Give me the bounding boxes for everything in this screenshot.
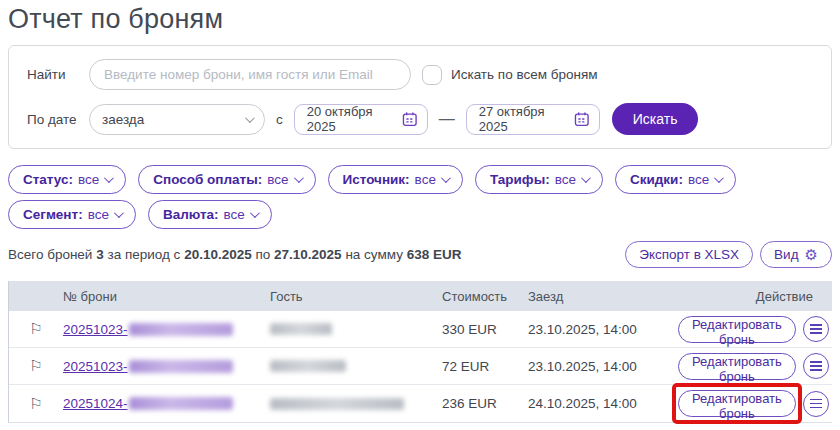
- table-row: ⚐ 20251023- 330 EUR 23.10.2025, 14:00 Ре…: [9, 311, 832, 348]
- filter-currency[interactable]: Валюта: все: [148, 200, 272, 229]
- date-type-select[interactable]: заезда: [89, 104, 265, 135]
- booking-number-link[interactable]: 20251024-: [63, 396, 128, 411]
- filter-value: все: [88, 207, 109, 222]
- filter-discounts[interactable]: Скидки: все: [615, 165, 736, 194]
- view-settings-button[interactable]: Вид ⚙: [760, 241, 832, 268]
- summary-row: Всего броней 3 за период с 20.10.2025 по…: [8, 241, 832, 268]
- chevron-down-icon: [441, 173, 451, 183]
- date-to-input[interactable]: 27 октября 2025: [466, 104, 600, 135]
- header-action: Действие: [678, 289, 832, 304]
- chevron-down-icon: [104, 173, 114, 183]
- filter-source[interactable]: Источник: все: [328, 165, 463, 194]
- filter-status[interactable]: Статус: все: [8, 165, 126, 194]
- bookings-report-page: Отчет по броням Найти Искать по всем бро…: [0, 0, 840, 430]
- summary-date-to: 27.10.2025: [274, 247, 342, 262]
- row-menu-button[interactable]: [803, 316, 829, 342]
- redacted-booking-suffix: [129, 323, 233, 336]
- summary-date-from: 20.10.2025: [184, 247, 252, 262]
- header-guest: Гость: [270, 289, 442, 304]
- date-filter-row: По дате заезда с 20 октября 2025 — 27 ок…: [27, 103, 813, 135]
- chevron-down-icon: [114, 208, 124, 218]
- edit-booking-button[interactable]: Редактировать бронь: [678, 353, 796, 380]
- booking-cost: 72 EUR: [442, 359, 528, 374]
- calendar-icon: [402, 111, 418, 127]
- flag-icon[interactable]: ⚐: [29, 320, 42, 338]
- filter-value: все: [224, 207, 245, 222]
- redacted-guest-name: [270, 323, 332, 335]
- redacted-guest-name: [270, 360, 346, 372]
- search-row: Найти Искать по всем броням: [27, 59, 813, 90]
- page-title: Отчет по броням: [8, 4, 832, 35]
- edit-booking-button[interactable]: Редактировать бронь: [678, 390, 796, 417]
- filter-tariffs[interactable]: Тарифы: все: [475, 165, 603, 194]
- filter-segment[interactable]: Сегмент: все: [8, 200, 136, 229]
- booking-cost: 236 EUR: [442, 396, 528, 411]
- row-menu-button[interactable]: [803, 353, 829, 379]
- redacted-booking-suffix: [129, 360, 233, 373]
- filter-label: Скидки:: [630, 172, 683, 187]
- filter-pills: Статус: все Способ оплаты: все Источник:…: [8, 165, 798, 229]
- edit-booking-button[interactable]: Редактировать бронь: [678, 316, 796, 343]
- header-checkin: Заезд: [528, 289, 678, 304]
- gear-icon: ⚙: [805, 247, 818, 262]
- search-button[interactable]: Искать: [612, 103, 699, 135]
- booking-checkin: 24.10.2025, 14:00: [528, 396, 678, 411]
- booking-number-link[interactable]: 20251023-: [63, 322, 128, 337]
- search-all-label: Искать по всем броням: [451, 67, 598, 82]
- summary-total: 638 EUR: [407, 247, 462, 262]
- date-from-value: 20 октября 2025: [307, 104, 402, 134]
- booking-checkin: 23.10.2025, 14:00: [528, 359, 678, 374]
- redacted-guest-name: [270, 398, 404, 410]
- filter-payment-method[interactable]: Способ оплаты: все: [138, 165, 315, 194]
- filter-label: Тарифы:: [490, 172, 550, 187]
- table-header: № брони Гость Стоимость Заезд Действие: [9, 281, 832, 311]
- date-from-label: с: [276, 112, 283, 127]
- table-row: ⚐ 20251024- 236 EUR 24.10.2025, 14:00 Ре…: [9, 385, 832, 422]
- filter-label: Статус:: [23, 172, 73, 187]
- header-cost: Стоимость: [442, 289, 528, 304]
- header-booking-number: № брони: [63, 289, 270, 304]
- booking-cost: 330 EUR: [442, 322, 528, 337]
- calendar-icon: [574, 111, 590, 127]
- find-label: Найти: [27, 67, 89, 82]
- date-range-dash: —: [439, 110, 455, 128]
- summary-text: Всего броней 3 за период с 20.10.2025 по…: [8, 247, 461, 262]
- summary-part: Всего броней: [8, 247, 92, 262]
- booking-checkin: 23.10.2025, 14:00: [528, 322, 678, 337]
- export-xlsx-button[interactable]: Экспорт в XLSX: [625, 241, 753, 268]
- date-type-value: заезда: [102, 112, 144, 127]
- filter-label: Способ оплаты:: [153, 172, 262, 187]
- chevron-down-icon: [293, 173, 303, 183]
- date-from-input[interactable]: 20 октября 2025: [294, 104, 428, 135]
- search-panel: Найти Искать по всем броням По дате заез…: [8, 45, 832, 149]
- chevron-down-icon: [245, 113, 255, 123]
- table-row: ⚐ 20251023- 72 EUR 23.10.2025, 14:00 Ред…: [9, 348, 832, 385]
- red-annotation-highlight: Редактировать бронь: [678, 390, 796, 417]
- booking-number-link[interactable]: 20251023-: [63, 359, 128, 374]
- chevron-down-icon: [714, 173, 724, 183]
- summary-part: за период с: [107, 247, 180, 262]
- filter-label: Валюта:: [163, 207, 219, 222]
- filter-value: все: [78, 172, 99, 187]
- filter-value: все: [415, 172, 436, 187]
- chevron-down-icon: [581, 173, 591, 183]
- summary-part: на сумму: [345, 247, 403, 262]
- filter-value: все: [688, 172, 709, 187]
- row-menu-button[interactable]: [803, 391, 829, 417]
- bookings-table: № брони Гость Стоимость Заезд Действие ⚐…: [8, 281, 832, 423]
- by-date-label: По дате: [27, 112, 89, 127]
- summary-part: по: [255, 247, 270, 262]
- view-label: Вид: [774, 247, 798, 262]
- redacted-booking-suffix: [129, 397, 233, 410]
- flag-icon[interactable]: ⚐: [29, 395, 42, 413]
- filter-value: все: [267, 172, 288, 187]
- date-to-value: 27 октября 2025: [479, 104, 574, 134]
- table-actions: Экспорт в XLSX Вид ⚙: [625, 241, 832, 268]
- chevron-down-icon: [250, 208, 260, 218]
- filter-label: Источник:: [343, 172, 410, 187]
- flag-icon[interactable]: ⚐: [29, 357, 42, 375]
- summary-count: 3: [96, 247, 104, 262]
- search-all-checkbox[interactable]: [422, 65, 442, 85]
- search-input[interactable]: [89, 59, 411, 90]
- filter-label: Сегмент:: [23, 207, 83, 222]
